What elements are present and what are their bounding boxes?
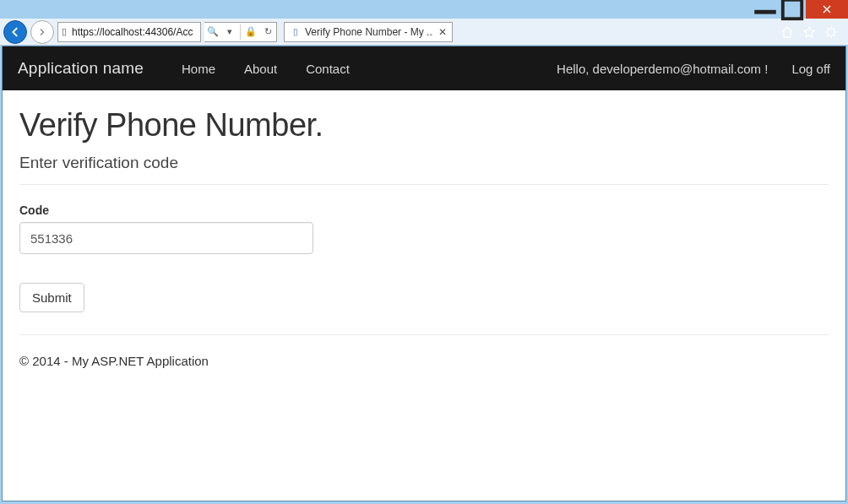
tools-icon[interactable] <box>824 25 838 39</box>
search-icon[interactable]: 🔍 <box>204 26 221 37</box>
nav-greeting[interactable]: Hello, developerdemo@hotmail.com ! <box>557 62 768 76</box>
window-maximize-button[interactable] <box>779 0 806 19</box>
tab-close-icon[interactable]: ✕ <box>438 26 447 38</box>
svg-point-4 <box>828 29 834 35</box>
address-bar[interactable]: ▯ <box>57 22 201 42</box>
favorites-icon[interactable] <box>802 25 816 39</box>
svg-rect-1 <box>783 0 802 19</box>
code-input[interactable] <box>19 222 313 254</box>
code-form-group: Code <box>19 203 829 254</box>
address-bar-buttons: 🔍 ▾ 🔒 ↻ <box>204 22 277 42</box>
code-label: Code <box>19 203 829 217</box>
window-minimize-button[interactable] <box>752 0 779 19</box>
home-icon[interactable] <box>780 25 794 39</box>
page-icon: ▯ <box>58 26 70 37</box>
page-container: Verify Phone Number. Enter verification … <box>3 90 845 382</box>
brand-link[interactable]: Application name <box>18 59 144 78</box>
browser-toolbar: ▯ 🔍 ▾ 🔒 ↻ ▯ Verify Phone Number - My ...… <box>0 19 848 46</box>
nav-about[interactable]: About <box>244 62 277 76</box>
window-controls <box>752 0 848 19</box>
nav-right: Hello, developerdemo@hotmail.com ! Log o… <box>557 62 830 76</box>
nav-home[interactable]: Home <box>182 62 215 76</box>
browser-right-icons <box>780 25 845 39</box>
browser-back-button[interactable] <box>3 20 27 44</box>
divider <box>19 184 829 185</box>
divider-bottom <box>19 334 829 335</box>
nav-contact[interactable]: Contact <box>306 62 350 76</box>
browser-forward-button[interactable] <box>30 20 54 44</box>
address-input[interactable] <box>70 23 200 41</box>
page-heading: Verify Phone Number. <box>19 107 829 144</box>
lock-icon[interactable]: 🔒 <box>242 26 259 37</box>
page-subheading: Enter verification code <box>19 154 829 172</box>
nav-logoff[interactable]: Log off <box>791 62 830 76</box>
submit-button[interactable]: Submit <box>19 283 84 312</box>
tab-title: Verify Phone Number - My ... <box>305 26 433 38</box>
browser-viewport: Application name Home About Contact Hell… <box>2 46 846 501</box>
window-close-button[interactable] <box>806 0 848 19</box>
page-footer: © 2014 - My ASP.NET Application <box>19 354 829 368</box>
refresh-icon[interactable]: ↻ <box>259 26 276 37</box>
app-navbar: Application name Home About Contact Hell… <box>3 46 845 90</box>
tab-favicon-icon: ▯ <box>290 26 302 38</box>
browser-tab[interactable]: ▯ Verify Phone Number - My ... ✕ <box>284 22 453 42</box>
window-titlebar <box>0 0 848 19</box>
dropdown-icon[interactable]: ▾ <box>221 26 238 37</box>
